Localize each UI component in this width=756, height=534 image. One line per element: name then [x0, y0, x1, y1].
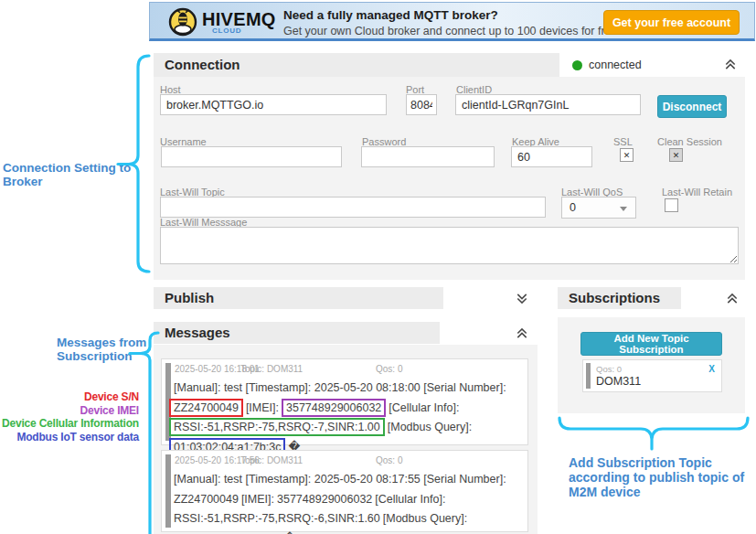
subscriptions-panel-header: Subscriptions [558, 287, 745, 309]
message-payload: [Manual]: test [Timestamp]: 2025-05-20 0… [174, 369, 524, 457]
subscriptions-list: Add New Topic Subscription Qos: 0 X DOM3… [558, 317, 745, 413]
subscriptions-brace [559, 418, 748, 449]
messages-title: Messages [165, 325, 230, 340]
expand-publish-icon[interactable] [515, 292, 529, 305]
annotation-add-subscription: Add Subscription Topic according to publ… [569, 455, 756, 499]
get-free-account-button[interactable]: Get your free account [603, 10, 740, 35]
mqtt-websocket-client-page: { "banner": { "logo_title": "HIVEMQ", "l… [0, 0, 756, 534]
publish-title: Publish [165, 290, 214, 305]
ssl-checkbox[interactable]: ✕ [620, 148, 634, 162]
messages-panel-header: Messages [154, 322, 535, 344]
imei-highlight: 357748929006032 [282, 399, 386, 417]
last-will-topic-input[interactable] [160, 197, 546, 218]
message-card: 2025-05-20 16:18:01 Topic: DOM311 Qos: 0… [161, 358, 528, 445]
annotation-device-cellular: Device Cellular Information [2, 417, 139, 431]
annotation-device-imei: Device IMEI [2, 404, 139, 418]
last-will-qos-select[interactable]: 0 [561, 197, 636, 219]
hivemq-banner: HIVEMQ CLOUD Need a fully managed MQTT b… [149, 2, 755, 41]
message-accent-bar [165, 454, 171, 528]
publish-panel-header: Publish [154, 287, 535, 309]
ssl-label: SSL [613, 136, 633, 147]
hivemq-bee-icon [168, 7, 197, 38]
subscriptions-header-bar: Subscriptions [558, 287, 681, 309]
messages-header-bar: Messages [154, 322, 440, 344]
last-will-qos-value: 0 [570, 201, 576, 214]
port-input[interactable] [406, 94, 437, 115]
clientid-input[interactable] [455, 94, 641, 115]
annotation-messages-from-subscription: Messages from Subscription [57, 336, 148, 363]
subscription-topic: DOM311 [596, 375, 641, 388]
remove-subscription-icon[interactable]: X [708, 364, 715, 374]
connection-title: Connection [165, 57, 240, 72]
annotation-device-sn: Device S/N [2, 390, 139, 404]
subscription-accent-bar [586, 363, 591, 389]
cellular-info-highlight: RSSI:-51,RSRP:-75,RSRQ:-7,SINR:1.00 [169, 418, 385, 436]
messages-list: 2025-05-20 16:18:01 Topic: DOM311 Qos: 0… [154, 345, 538, 534]
connected-dot-icon [572, 60, 582, 70]
banner-subheadline: Get your own Cloud broker and connect up… [283, 25, 621, 37]
subscription-item: Qos: 0 X DOM311 [582, 359, 722, 392]
disconnect-button[interactable]: Disconnect [657, 95, 727, 118]
connection-header: Connection connected [154, 53, 745, 77]
host-input[interactable] [160, 94, 387, 115]
subscription-qos: Qos: 0 [596, 364, 622, 374]
banner-copy: Need a fully managed MQTT broker? Get yo… [283, 8, 621, 37]
collapse-messages-icon[interactable] [515, 326, 529, 340]
keep-alive-input[interactable] [511, 146, 592, 167]
annotation-payload-legend: Device S/N Device IMEI Device Cellular I… [2, 390, 139, 443]
connection-status-label: connected [589, 59, 642, 71]
clean-session-label: Clean Session [657, 136, 722, 147]
add-new-topic-subscription-button[interactable]: Add New Topic Subscription [580, 332, 722, 356]
username-input[interactable] [161, 146, 342, 167]
hivemq-logo: HIVEMQ CLOUD [168, 7, 276, 38]
collapse-subscriptions-icon[interactable] [725, 292, 740, 305]
clean-session-checkbox[interactable]: ✕ [669, 148, 683, 162]
collapse-connection-icon[interactable] [723, 58, 738, 71]
last-will-message-textarea[interactable] [160, 227, 739, 264]
connection-panel: Connection connected Host Port ClientID … [154, 53, 745, 280]
dropdown-caret-icon [620, 207, 627, 211]
serial-number-highlight: ZZ24700049 [169, 399, 243, 417]
banner-headline: Need a fully managed MQTT broker? [283, 8, 621, 22]
publish-header-bar: Publish [154, 287, 443, 309]
subscriptions-title: Subscriptions [569, 290, 660, 305]
last-will-retain-checkbox[interactable] [665, 198, 678, 212]
annotation-connection-setting: Connection Setting to Broker [3, 161, 133, 188]
message-payload: [Manual]: test [Timestamp]: 2025-05-20 0… [174, 461, 524, 534]
annotation-modbus-data: Modbus IoT sensor data [2, 431, 139, 444]
connection-status: connected [559, 53, 745, 77]
last-will-retain-label: Last-Will Retain [662, 187, 732, 198]
password-input[interactable] [361, 146, 495, 167]
message-card: 2025-05-20 16:17:56 Topic: DOM311 Qos: 0… [161, 450, 528, 532]
